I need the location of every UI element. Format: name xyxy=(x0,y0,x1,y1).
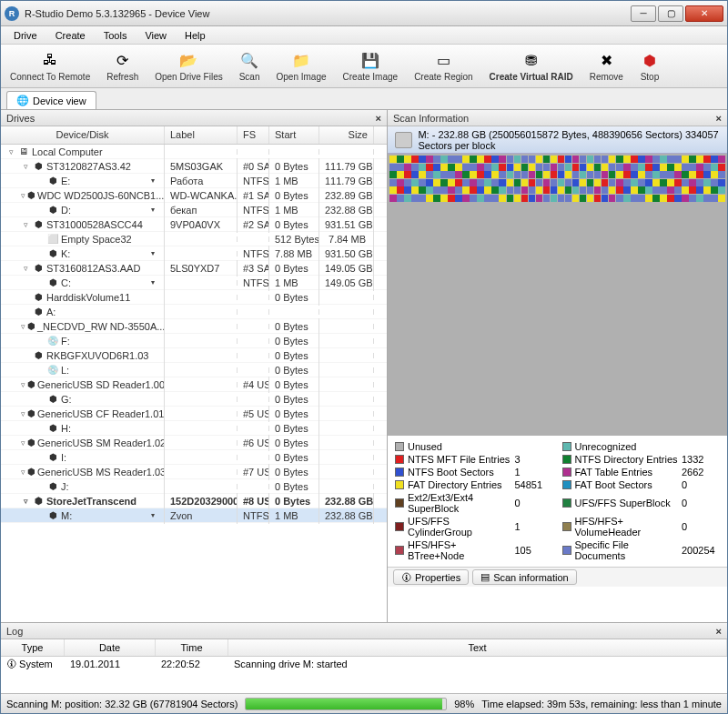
toolbar-label: Open Drive Files xyxy=(155,72,222,82)
expand-icon[interactable]: ▿ xyxy=(21,162,30,171)
col-date[interactable]: Date xyxy=(65,639,156,656)
cell-size xyxy=(319,469,374,475)
col-type[interactable]: Type xyxy=(1,639,65,656)
log-type: 🛈 System xyxy=(1,658,65,670)
col-time[interactable]: Time xyxy=(156,639,228,656)
legend-value: 105 xyxy=(515,545,553,556)
maximize-button[interactable]: ▢ xyxy=(658,5,683,22)
chevron-down-icon[interactable]: ▾ xyxy=(151,511,158,519)
drive-icon: ⬢ xyxy=(46,176,59,186)
cell-fs xyxy=(238,367,269,373)
menu-help[interactable]: Help xyxy=(177,28,213,43)
tab-properties[interactable]: 🛈Properties xyxy=(393,569,469,585)
cell-label xyxy=(165,338,238,344)
drives-pane: Drives × Device/Disk Label FS Start Size… xyxy=(1,110,388,622)
cell-size xyxy=(319,367,374,373)
progress-bar xyxy=(245,698,447,710)
drive-icon: ⬢ xyxy=(32,350,45,360)
create-region-button[interactable]: ▭Create Region xyxy=(410,48,476,84)
chevron-down-icon[interactable]: ▾ xyxy=(151,206,158,214)
menu-drive[interactable]: Drive xyxy=(6,28,45,43)
create-virtual-raid-button[interactable]: ⛃Create Virtual RAID xyxy=(486,48,577,84)
expand-icon[interactable]: ▿ xyxy=(21,409,25,418)
cell-label: 5LS0YXD7 xyxy=(165,260,238,277)
drive-tree[interactable]: ▿🖥Local Computer▿⬢ST3120827AS3.425MS03GA… xyxy=(1,145,387,622)
menu-create[interactable]: Create xyxy=(48,28,93,43)
expand-icon[interactable]: ▿ xyxy=(21,322,25,331)
scan-header: Scan Information × xyxy=(388,110,727,126)
drive-name: A: xyxy=(46,307,56,317)
scan-pane: Scan Information × M: - 232.88 GB (25005… xyxy=(388,110,727,622)
scan-map[interactable] xyxy=(388,154,727,436)
toolbar-label: Create Virtual RAID xyxy=(490,72,573,82)
col-start[interactable]: Start xyxy=(269,126,319,144)
expand-icon[interactable]: ▿ xyxy=(21,438,25,448)
col-fs[interactable]: FS xyxy=(238,126,269,144)
close-icon[interactable]: × xyxy=(716,113,722,124)
open-drive-files-button[interactable]: 📂Open Drive Files xyxy=(151,48,226,84)
cell-fs xyxy=(238,149,269,155)
cell-fs: #7 USB xyxy=(238,464,269,480)
tab-device-view[interactable]: 🌐 Device view xyxy=(6,91,96,109)
expand-icon[interactable]: ▿ xyxy=(21,220,30,229)
expand-icon[interactable]: ▿ xyxy=(21,264,30,273)
col-text[interactable]: Text xyxy=(228,639,727,656)
expand-icon[interactable]: ▿ xyxy=(6,147,15,156)
drive-name: G: xyxy=(61,394,72,405)
log-row[interactable]: 🛈 System 19.01.2011 22:20:52 Scanning dr… xyxy=(1,657,727,671)
chevron-down-icon[interactable]: ▾ xyxy=(151,249,158,257)
scan-legend: UnusedUnrecognizedNTFS MFT File Entries3… xyxy=(388,436,727,567)
legend-name: Ext2/Ext3/Ext4 SuperBlock xyxy=(408,492,511,514)
col-device[interactable]: Device/Disk xyxy=(1,126,165,144)
stop-button[interactable]: ⬢Stop xyxy=(636,48,663,84)
chevron-down-icon[interactable]: ▾ xyxy=(151,278,158,287)
tab-scan-information[interactable]: ▤Scan information xyxy=(472,569,577,585)
col-label[interactable]: Label xyxy=(165,126,238,144)
drive-name: E: xyxy=(61,176,70,186)
close-icon[interactable]: × xyxy=(376,113,381,124)
cell-size: 149.05 GB xyxy=(319,275,374,291)
log-rows: 🛈 System 19.01.2011 22:20:52 Scanning dr… xyxy=(1,657,727,671)
tabbar: 🌐 Device view xyxy=(1,88,727,110)
create-image-button[interactable]: 💾Create Image xyxy=(339,48,402,84)
close-button[interactable]: ✕ xyxy=(685,5,723,22)
menu-tools[interactable]: Tools xyxy=(96,28,135,43)
open-image-button[interactable]: 📁Open Image xyxy=(272,48,329,84)
cell-size xyxy=(319,397,374,402)
scan-button[interactable]: 🔍Scan xyxy=(236,48,264,84)
drive-name: Local Computer xyxy=(32,146,103,157)
scan-title: Scan Information xyxy=(393,113,469,124)
expand-icon[interactable]: ▿ xyxy=(21,191,25,200)
close-icon[interactable]: × xyxy=(716,626,722,637)
menu-view[interactable]: View xyxy=(137,28,174,43)
expand-icon[interactable]: ▿ xyxy=(21,380,25,389)
toolbar: 🖧Connect To Remote⟳Refresh📂Open Drive Fi… xyxy=(1,45,727,88)
scan-icon: ▤ xyxy=(480,571,490,583)
cell-fs: #6 USB xyxy=(238,435,269,451)
cell-size xyxy=(319,426,374,431)
legend-name: FAT Directory Entries xyxy=(408,479,511,490)
legend-value: 3 xyxy=(515,454,553,465)
drive-icon: ⬢ xyxy=(32,307,45,317)
drive-icon: ⬢ xyxy=(27,408,35,418)
drive-name: I: xyxy=(61,452,66,463)
expand-icon[interactable]: ▿ xyxy=(21,468,25,477)
drive-row[interactable]: ⬢M:▾ZvonNTFS1 MB232.88 GB xyxy=(1,508,387,523)
drive-name: ST31000528ASCC44 xyxy=(46,219,143,230)
drive-icon: ⬢ xyxy=(32,219,45,229)
legend-name: FAT Boot Sectors xyxy=(575,479,679,490)
drive-icon: ⬢ xyxy=(46,481,59,491)
refresh-button[interactable]: ⟳Refresh xyxy=(103,48,142,84)
chevron-down-icon[interactable]: ▾ xyxy=(151,176,158,185)
legend-item: UFS/FFS CylinderGroup1 xyxy=(395,516,553,538)
cell-fs xyxy=(238,455,269,460)
remove-button[interactable]: ✖Remove xyxy=(586,48,627,84)
col-size[interactable]: Size xyxy=(319,126,374,144)
legend-color xyxy=(562,522,571,531)
drive-icon: ⬢ xyxy=(32,161,45,171)
cell-fs: NTFS xyxy=(238,508,269,524)
minimize-button[interactable]: ─ xyxy=(631,5,656,22)
expand-icon[interactable]: ▿ xyxy=(21,497,30,506)
connect-to-remote-button[interactable]: 🖧Connect To Remote xyxy=(6,48,94,84)
log-date: 19.01.2011 xyxy=(65,658,156,670)
